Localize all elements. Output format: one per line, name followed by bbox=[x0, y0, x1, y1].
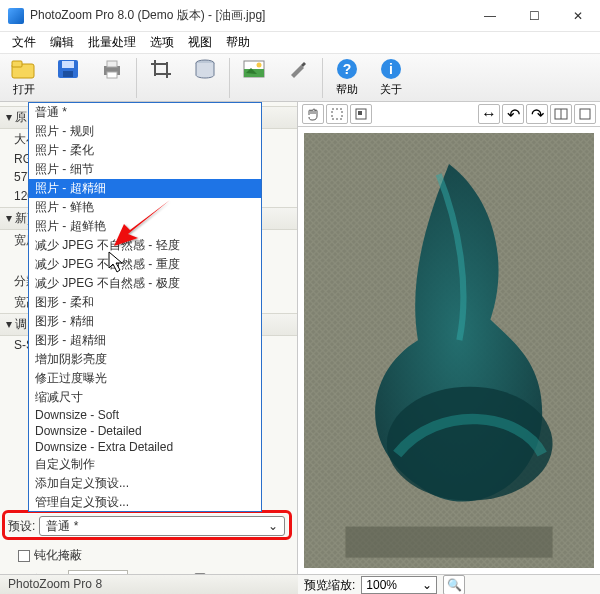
preset-option[interactable]: 图形 - 超精细 bbox=[29, 331, 261, 350]
menu-options[interactable]: 选项 bbox=[144, 32, 180, 53]
minimize-button[interactable]: — bbox=[468, 1, 512, 31]
preset-option[interactable]: 图形 - 精细 bbox=[29, 312, 261, 331]
svg-rect-4 bbox=[63, 71, 73, 77]
preset-option[interactable]: 管理自定义预设... bbox=[29, 493, 261, 512]
svg-text:?: ? bbox=[343, 61, 352, 77]
close-button[interactable]: ✕ bbox=[556, 1, 600, 31]
menu-batch[interactable]: 批量处理 bbox=[82, 32, 142, 53]
strength-label: 强度: bbox=[18, 572, 64, 575]
svg-rect-18 bbox=[358, 111, 362, 115]
svg-rect-26 bbox=[345, 527, 552, 558]
preset-option[interactable]: 减少 JPEG 不自然感 - 轻度 bbox=[29, 236, 261, 255]
preset-value: 普通 * bbox=[46, 518, 78, 535]
svg-rect-21 bbox=[580, 109, 590, 119]
preset-option[interactable]: Downsize - Soft bbox=[29, 407, 261, 423]
svg-point-11 bbox=[257, 63, 262, 68]
rotate-right-button[interactable]: ↷ bbox=[526, 104, 548, 124]
lower-controls: 钝化掩蔽 强度: ▴▾ 半径: ▴▾ ✓ 揭示细节 强度: 30.00▴▾ bbox=[0, 544, 297, 574]
preset-combo[interactable]: 普通 * ⌄ bbox=[39, 516, 285, 536]
preset-option[interactable]: 照片 - 超精细 bbox=[29, 179, 261, 198]
separator bbox=[322, 58, 323, 98]
save-button[interactable] bbox=[46, 56, 90, 82]
print-button[interactable] bbox=[90, 56, 134, 82]
folder-icon bbox=[10, 56, 38, 82]
svg-rect-1 bbox=[12, 61, 22, 67]
tools-icon bbox=[284, 56, 312, 82]
flip-h-button[interactable]: ↔ bbox=[478, 104, 500, 124]
window-controls: — ☐ ✕ bbox=[468, 1, 600, 31]
crop-button[interactable] bbox=[139, 56, 183, 82]
sharpen-checkbox[interactable] bbox=[18, 550, 30, 562]
image-icon bbox=[240, 56, 268, 82]
svg-rect-6 bbox=[107, 61, 117, 67]
preset-option[interactable]: 普通 * bbox=[29, 103, 261, 122]
image-toolbar: ↔ ↶ ↷ bbox=[298, 102, 600, 127]
open-label: 打开 bbox=[13, 82, 35, 97]
help-icon: ? bbox=[333, 56, 361, 82]
window-title: PhotoZoom Pro 8.0 (Demo 版本) - [油画.jpg] bbox=[30, 7, 468, 24]
chevron-down-icon: ⌄ bbox=[422, 578, 432, 592]
preset-option[interactable]: Downsize - Extra Detailed bbox=[29, 439, 261, 455]
svg-text:i: i bbox=[389, 61, 393, 77]
rotate-left-button[interactable]: ↶ bbox=[502, 104, 524, 124]
batch-button[interactable] bbox=[183, 56, 227, 82]
preset-option[interactable]: 添加自定义预设... bbox=[29, 474, 261, 493]
preset-option[interactable]: 减少 JPEG 不自然感 - 重度 bbox=[29, 255, 261, 274]
svg-rect-16 bbox=[332, 109, 342, 119]
main-area: ▾ 原 大小 RGB/ 5773 120 俟 ▾ 新) 宽度 分辨率 宽高比 ▾… bbox=[0, 102, 600, 574]
tools-button[interactable] bbox=[276, 56, 320, 82]
zoom-value: 100% bbox=[366, 578, 397, 592]
marquee-tool[interactable] bbox=[326, 104, 348, 124]
toolbar: 打开 ? 帮助 i bbox=[0, 54, 600, 102]
preset-option[interactable]: 照片 - 超鲜艳 bbox=[29, 217, 261, 236]
hand-tool[interactable] bbox=[302, 104, 324, 124]
separator bbox=[229, 58, 230, 98]
svg-rect-7 bbox=[107, 72, 117, 78]
help-button[interactable]: ? 帮助 bbox=[325, 56, 369, 97]
preset-option[interactable]: 增加阴影亮度 bbox=[29, 350, 261, 369]
preset-row: 预设: 普通 * ⌄ bbox=[8, 516, 285, 536]
svg-rect-3 bbox=[62, 61, 74, 68]
preset-option[interactable]: 照片 - 柔化 bbox=[29, 141, 261, 160]
preset-option[interactable]: 图形 - 柔和 bbox=[29, 293, 261, 312]
titlebar: PhotoZoom Pro 8.0 (Demo 版本) - [油画.jpg] —… bbox=[0, 0, 600, 32]
info-icon: i bbox=[377, 56, 405, 82]
database-icon bbox=[191, 56, 219, 82]
preset-option[interactable]: 缩减尺寸 bbox=[29, 388, 261, 407]
menu-view[interactable]: 视图 bbox=[182, 32, 218, 53]
menubar: 文件 编辑 批量处理 选项 视图 帮助 bbox=[0, 32, 600, 54]
status-text: PhotoZoom Pro 8 bbox=[8, 577, 102, 591]
about-button[interactable]: i 关于 bbox=[369, 56, 413, 97]
menu-help[interactable]: 帮助 bbox=[220, 32, 256, 53]
preset-option[interactable]: 照片 - 规则 bbox=[29, 122, 261, 141]
sharpen-label: 钝化掩蔽 bbox=[34, 547, 82, 564]
preset-option[interactable]: 自定义制作 bbox=[29, 455, 261, 474]
preset-option[interactable]: 修正过度曝光 bbox=[29, 369, 261, 388]
strength-input[interactable]: ▴▾ bbox=[68, 570, 128, 574]
open-button[interactable]: 打开 bbox=[2, 56, 46, 97]
separator bbox=[136, 58, 137, 98]
about-label: 关于 bbox=[380, 82, 402, 97]
nav-tool[interactable] bbox=[350, 104, 372, 124]
help-label: 帮助 bbox=[336, 82, 358, 97]
chevron-down-icon: ⌄ bbox=[268, 519, 278, 533]
preset-option[interactable]: 减少 JPEG 不自然感 - 极度 bbox=[29, 274, 261, 293]
split-view-button[interactable] bbox=[550, 104, 572, 124]
left-panel: ▾ 原 大小 RGB/ 5773 120 俟 ▾ 新) 宽度 分辨率 宽高比 ▾… bbox=[0, 102, 298, 574]
maximize-button[interactable]: ☐ bbox=[512, 1, 556, 31]
zoom-label: 预览缩放: bbox=[304, 577, 355, 594]
preset-option[interactable]: 照片 - 鲜艳 bbox=[29, 198, 261, 217]
menu-file[interactable]: 文件 bbox=[6, 32, 42, 53]
menu-edit[interactable]: 编辑 bbox=[44, 32, 80, 53]
preset-dropdown[interactable]: 普通 *照片 - 规则照片 - 柔化照片 - 细节照片 - 超精细照片 - 鲜艳… bbox=[28, 102, 262, 512]
zoom-combo[interactable]: 100% ⌄ bbox=[361, 576, 437, 594]
image-canvas[interactable] bbox=[298, 127, 600, 574]
section-adjust-label: ▾ 调 bbox=[6, 316, 27, 333]
image-button[interactable] bbox=[232, 56, 276, 82]
print-icon bbox=[98, 56, 126, 82]
preset-option[interactable]: Downsize - Detailed bbox=[29, 423, 261, 439]
single-view-button[interactable] bbox=[574, 104, 596, 124]
app-icon bbox=[8, 8, 24, 24]
preset-option[interactable]: 照片 - 细节 bbox=[29, 160, 261, 179]
zoom-plus-icon[interactable]: 🔍 bbox=[443, 575, 465, 594]
